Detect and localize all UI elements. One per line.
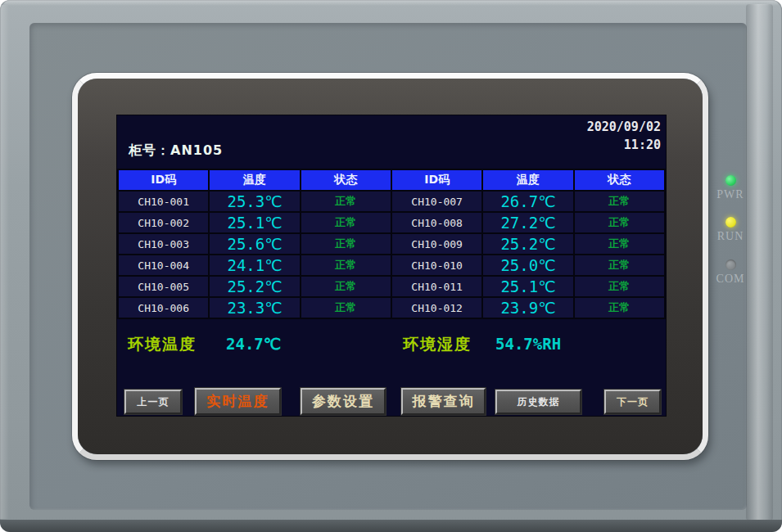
cabinet-id-label: 柜号：AN105	[129, 142, 223, 160]
time-text: 11:20	[587, 136, 661, 154]
table-header-row: ID码 温度 状态 ID码 温度 状态	[118, 169, 665, 191]
channel-temp: 23.3℃	[209, 297, 300, 318]
channel-id: CH10-005	[118, 276, 209, 297]
com-led-label: COM	[714, 273, 747, 286]
channel-temp: 27.2℃	[482, 212, 573, 233]
run-led-label: RUN	[714, 230, 747, 243]
channel-id: CH10-009	[391, 233, 482, 255]
alarm-query-button[interactable]: 报警查询	[401, 388, 486, 415]
channel-temp: 25.0℃	[482, 255, 573, 276]
parameter-settings-button[interactable]: 参数设置	[301, 388, 386, 415]
col-header-status-right: 状态	[574, 169, 665, 191]
channel-status: 正常	[574, 191, 665, 212]
channel-status: 正常	[301, 212, 391, 233]
channel-status: 正常	[301, 191, 391, 212]
ambient-temp-value: 24.7℃	[226, 330, 281, 358]
table-row: CH10-002 25.1℃ 正常 CH10-008 27.2℃ 正常	[118, 212, 665, 233]
channel-status: 正常	[574, 255, 665, 276]
channel-status: 正常	[301, 297, 391, 318]
channel-id: CH10-002	[118, 212, 209, 233]
lcd-screen: 2020/09/02 11:20 柜号：AN105 ID码 温度 状态 ID码 …	[117, 115, 666, 416]
power-led-icon	[725, 175, 736, 186]
table-row: CH10-006 23.3℃ 正常 CH10-012 23.9℃ 正常	[118, 297, 665, 318]
channel-status: 正常	[301, 255, 391, 276]
prev-page-button[interactable]: 上一页	[124, 390, 182, 414]
table-row: CH10-003 25.6℃ 正常 CH10-009 25.2℃ 正常	[118, 233, 665, 255]
datetime-display: 2020/09/02 11:20	[587, 118, 661, 154]
channel-temp: 25.2℃	[209, 276, 300, 297]
table-row: CH10-005 25.2℃ 正常 CH10-011 25.1℃ 正常	[118, 276, 665, 297]
channel-id: CH10-010	[391, 255, 482, 276]
channel-status: 正常	[574, 233, 665, 255]
channel-id: CH10-006	[118, 297, 209, 318]
ambient-humidity-value: 54.7%RH	[495, 330, 561, 358]
frame-left-highlight	[0, 5, 9, 519]
col-header-id-right: ID码	[391, 169, 482, 191]
power-led-block: PWR	[714, 175, 747, 201]
channel-temp: 25.1℃	[209, 212, 300, 233]
channel-status: 正常	[574, 297, 665, 318]
channel-status: 正常	[574, 276, 665, 297]
channel-temp: 25.2℃	[482, 233, 573, 255]
realtime-temp-button[interactable]: 实时温度	[195, 388, 281, 415]
frame-right-highlight	[746, 4, 773, 521]
col-header-id-left: ID码	[118, 169, 209, 191]
channel-temp: 26.7℃	[482, 191, 573, 212]
channel-status: 正常	[301, 276, 391, 297]
channel-status: 正常	[301, 233, 391, 255]
history-data-button[interactable]: 历史数据	[495, 390, 581, 414]
com-led-block: COM	[714, 259, 747, 286]
channel-temp: 25.3℃	[209, 191, 300, 212]
run-led-icon	[725, 217, 736, 228]
channel-id: CH10-003	[118, 233, 209, 255]
channel-id: CH10-012	[391, 297, 482, 318]
com-led-icon	[725, 259, 736, 270]
ambient-humidity-label: 环境湿度	[403, 330, 472, 358]
channel-status: 正常	[574, 212, 665, 233]
temperature-table: ID码 温度 状态 ID码 温度 状态 CH10-001 25.3℃ 正常 CH…	[117, 169, 666, 319]
channel-id: CH10-004	[118, 255, 209, 276]
table-row: CH10-004 24.1℃ 正常 CH10-010 25.0℃ 正常	[118, 255, 665, 276]
channel-temp: 25.6℃	[209, 233, 300, 255]
channel-temp: 25.1℃	[482, 276, 573, 297]
channel-id: CH10-001	[118, 191, 209, 212]
run-led-block: RUN	[714, 217, 747, 243]
channel-temp: 24.1℃	[209, 255, 300, 276]
col-header-temp-right: 温度	[482, 169, 573, 191]
hmi-panel-device: 2020/09/02 11:20 柜号：AN105 ID码 温度 状态 ID码 …	[0, 0, 782, 532]
environment-readout: 环境温度 24.7℃ 环境湿度 54.7%RH	[117, 330, 666, 358]
date-text: 2020/09/02	[587, 118, 661, 136]
col-header-temp-left: 温度	[209, 169, 300, 191]
ambient-temp-label: 环境温度	[128, 330, 197, 358]
channel-temp: 23.9℃	[482, 297, 573, 318]
next-page-button[interactable]: 下一页	[604, 390, 661, 414]
col-header-status-left: 状态	[301, 169, 391, 191]
table-row: CH10-001 25.3℃ 正常 CH10-007 26.7℃ 正常	[118, 191, 665, 212]
channel-id: CH10-007	[391, 191, 482, 212]
channel-id: CH10-008	[391, 212, 482, 233]
frame-top-highlight	[3, 0, 779, 6]
frame-bottom-shadow	[0, 520, 782, 532]
channel-id: CH10-011	[391, 276, 482, 297]
power-led-label: PWR	[714, 188, 747, 201]
